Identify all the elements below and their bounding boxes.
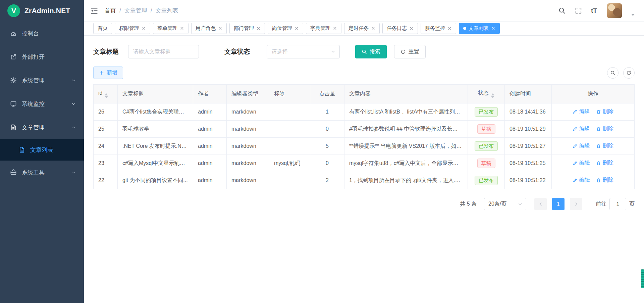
refresh-table-button[interactable] bbox=[623, 67, 635, 79]
column-header-status[interactable]: 状态 bbox=[468, 85, 505, 103]
close-icon[interactable] bbox=[256, 26, 261, 31]
article-status-select[interactable]: 请选择 bbox=[267, 45, 340, 58]
sidebar-item-system-monitor[interactable]: 系统监控 bbox=[0, 92, 84, 116]
sidebar-item-dashboard[interactable]: 控制台 bbox=[0, 21, 84, 45]
status-badge: 已发布 bbox=[475, 107, 498, 117]
refresh-icon bbox=[400, 49, 406, 54]
article-list-icon bbox=[18, 146, 25, 153]
sidebar-item-article-list[interactable]: 文章列表 bbox=[0, 139, 84, 161]
edit-button[interactable]: 编辑 bbox=[573, 160, 590, 167]
tab-task-log[interactable]: 任务日志 bbox=[382, 23, 418, 34]
close-icon[interactable] bbox=[371, 26, 375, 31]
tab-home[interactable]: 首页 bbox=[93, 23, 112, 34]
tab-user-role[interactable]: 用户角色 bbox=[191, 23, 227, 34]
chevron-up-icon bbox=[71, 125, 76, 130]
user-avatar[interactable] bbox=[607, 3, 622, 18]
page-scrollbar-thumb[interactable] bbox=[641, 269, 644, 288]
close-icon[interactable] bbox=[491, 26, 495, 31]
menu-fold-icon[interactable] bbox=[90, 6, 99, 15]
article-title-input[interactable] bbox=[128, 45, 199, 58]
cell-id: 25 bbox=[94, 121, 118, 138]
close-icon[interactable] bbox=[294, 26, 299, 31]
cell-content: 1，找到项目所在目录下的 .git/文件夹，进入.git/... bbox=[344, 172, 468, 189]
app-logo[interactable]: V ZrAdmin.NET bbox=[0, 0, 84, 21]
cell-status: 已发布 bbox=[468, 172, 505, 189]
delete-button[interactable]: 删除 bbox=[596, 160, 613, 167]
search-icon[interactable] bbox=[558, 7, 566, 14]
close-icon[interactable] bbox=[180, 26, 184, 31]
goto-page-input[interactable] bbox=[609, 198, 626, 210]
edit-icon bbox=[573, 161, 578, 166]
page-size-select[interactable]: 20条/页 bbox=[484, 198, 526, 210]
fullscreen-icon[interactable] bbox=[575, 7, 582, 14]
cell-hits: 1 bbox=[310, 103, 344, 121]
add-button[interactable]: 新增 bbox=[93, 67, 123, 79]
articles-table: id 文章标题 作者 编辑器类型 标签 点击量 文章内容 状态 创建时间 操作 bbox=[93, 84, 635, 189]
page-unit-label: 页 bbox=[629, 201, 635, 208]
tab-label: 部门管理 bbox=[234, 25, 254, 32]
close-icon[interactable] bbox=[447, 26, 452, 31]
sidebar-item-article-management[interactable]: 文章管理 bbox=[0, 116, 84, 139]
caret-down-icon[interactable] bbox=[631, 13, 635, 17]
next-page-button[interactable] bbox=[570, 198, 582, 210]
sort-caret-icon[interactable] bbox=[491, 93, 494, 98]
tab-menu-management[interactable]: 菜单管理 bbox=[153, 23, 189, 34]
toggle-search-button[interactable] bbox=[607, 67, 619, 79]
sidebar-item-external-open[interactable]: 外部打开 bbox=[0, 45, 84, 69]
column-header-author: 作者 bbox=[193, 85, 227, 103]
reset-button[interactable]: 重置 bbox=[394, 45, 426, 58]
close-icon[interactable] bbox=[218, 26, 222, 31]
font-size-icon[interactable]: tT bbox=[591, 7, 597, 14]
close-icon[interactable] bbox=[409, 26, 414, 31]
cell-author: admin bbox=[193, 121, 227, 138]
edit-button[interactable]: 编辑 bbox=[573, 142, 590, 149]
tab-service-monitor[interactable]: 服务监控 bbox=[421, 23, 456, 34]
tab-label: 任务日志 bbox=[387, 25, 407, 32]
tab-label: 服务监控 bbox=[425, 25, 445, 32]
chevron-down-icon bbox=[71, 78, 76, 83]
tab-post-management[interactable]: 岗位管理 bbox=[268, 23, 303, 34]
column-header-created: 创建时间 bbox=[505, 85, 552, 103]
cell-title: c#写入Mysql中文显示乱码 ... bbox=[118, 155, 193, 172]
tab-department-management[interactable]: 部门管理 bbox=[229, 23, 265, 34]
topbar: 首页 / 文章管理 / 文章列表 tT bbox=[84, 0, 644, 21]
refresh-icon bbox=[626, 70, 632, 76]
tab-label: 用户角色 bbox=[196, 25, 216, 32]
sidebar-item-system-management[interactable]: 系统管理 bbox=[0, 69, 84, 92]
tab-dict-management[interactable]: 字典管理 bbox=[306, 23, 341, 34]
edit-button[interactable]: 编辑 bbox=[573, 125, 590, 132]
cell-title: C#两个list集合实现关联，... bbox=[118, 103, 193, 121]
page-number-button[interactable]: 1 bbox=[552, 198, 565, 210]
prev-page-button[interactable] bbox=[534, 198, 547, 210]
edit-icon bbox=[573, 143, 578, 148]
pagination: 共 5 条 20条/页 1 前往 页 bbox=[93, 198, 635, 210]
column-header-id[interactable]: id bbox=[94, 85, 118, 103]
tab-label: 权限管理 bbox=[119, 25, 139, 32]
edit-button[interactable]: 编辑 bbox=[573, 177, 590, 184]
tab-article-list[interactable]: 文章列表 bbox=[459, 23, 500, 34]
delete-button[interactable]: 删除 bbox=[596, 125, 613, 132]
table-row: 24 .NET Core 发布时提示.NET... admin markdown… bbox=[94, 138, 635, 155]
sidebar: V ZrAdmin.NET 控制台 外部打开 系统管理 系统监控 文章管理 bbox=[0, 0, 84, 303]
close-icon[interactable] bbox=[142, 26, 146, 31]
sidebar-item-label: 外部打开 bbox=[22, 53, 45, 61]
sort-caret-icon[interactable] bbox=[105, 93, 108, 98]
cell-created: 08-19 10:51:25 bbox=[505, 155, 552, 172]
search-button[interactable]: 搜索 bbox=[355, 45, 387, 58]
main-area: 首页 / 文章管理 / 文章列表 tT 首页 权限管理 菜单管理 用户角色 部门… bbox=[84, 0, 644, 303]
table-row: 22 git 为不同的项目设置不同... admin markdown 2 1，… bbox=[94, 172, 635, 189]
page-content: 文章标题 文章状态 请选择 搜索 重置 bbox=[84, 36, 644, 303]
delete-button[interactable]: 删除 bbox=[596, 177, 613, 184]
breadcrumb-article-management[interactable]: 文章管理 bbox=[124, 7, 147, 14]
breadcrumb-home[interactable]: 首页 bbox=[105, 7, 116, 14]
tab-permission[interactable]: 权限管理 bbox=[115, 23, 150, 34]
delete-button[interactable]: 删除 bbox=[596, 142, 613, 149]
tab-scheduled-task[interactable]: 定时任务 bbox=[344, 23, 380, 34]
chevron-down-icon bbox=[518, 202, 523, 207]
cell-title: 羽毛球教学 bbox=[118, 121, 193, 138]
sidebar-item-system-tools[interactable]: 系统工具 bbox=[0, 161, 84, 184]
cell-created: 08-18 14:41:36 bbox=[505, 103, 552, 121]
edit-button[interactable]: 编辑 bbox=[573, 108, 590, 115]
delete-button[interactable]: 删除 bbox=[596, 108, 613, 115]
close-icon[interactable] bbox=[333, 26, 337, 31]
